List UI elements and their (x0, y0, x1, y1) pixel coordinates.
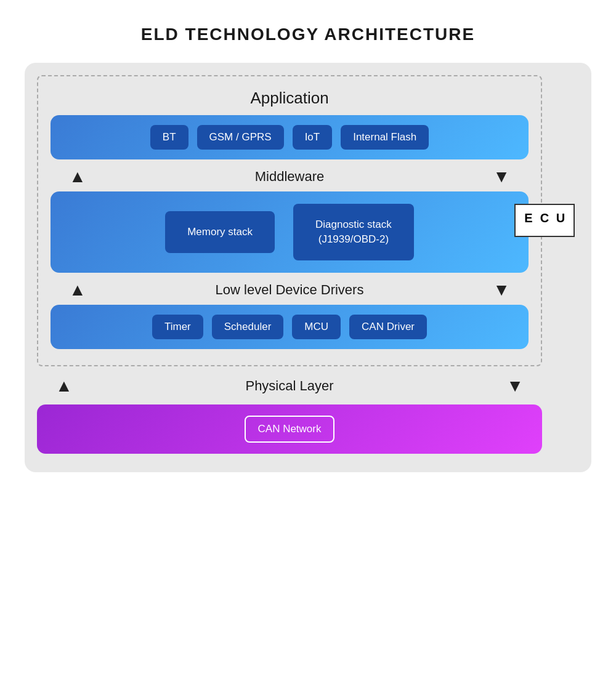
middleware-section: Memory stack Diagnostic stack(J1939/OBD-… (51, 191, 529, 273)
diagnostic-stack-chip: Diagnostic stack(J1939/OBD-2) (293, 204, 414, 260)
physical-up-arrow: ▲ (55, 377, 73, 395)
drivers-label: Low level Device Drivers (86, 282, 493, 298)
can-network-bar: CAN Network (37, 404, 542, 454)
page-title: ELD TECHNOLOGY ARCHITECTURE (141, 25, 475, 44)
dashed-container: ECU Application BT GSM / GPRS IoT Intern… (37, 75, 542, 366)
memory-stack-chip: Memory stack (165, 211, 275, 253)
middleware-bar: Memory stack Diagnostic stack(J1939/OBD-… (51, 191, 529, 273)
physical-arrow-row: ▲ Physical Layer ▼ (37, 372, 542, 400)
drivers-bar: Timer Scheduler MCU CAN Driver (51, 305, 529, 349)
physical-down-arrow: ▼ (506, 377, 524, 395)
middleware-down-arrow: ▼ (493, 168, 510, 185)
ecu-label: ECU (514, 204, 575, 237)
bt-chip: BT (150, 125, 188, 150)
middleware-up-arrow: ▲ (69, 168, 86, 185)
scheduler-chip: Scheduler (212, 315, 284, 339)
middleware-arrow-row: ▲ Middleware ▼ (51, 163, 529, 190)
drivers-arrow-row: ▲ Low level Device Drivers ▼ (51, 276, 529, 304)
application-section: Application BT GSM / GPRS IoT Internal F… (51, 89, 529, 159)
drivers-up-arrow: ▲ (69, 281, 86, 299)
internal-flash-chip: Internal Flash (341, 125, 429, 150)
can-network-chip: CAN Network (245, 416, 335, 443)
application-bar: BT GSM / GPRS IoT Internal Flash (51, 115, 529, 159)
timer-chip: Timer (152, 315, 203, 339)
iot-chip: IoT (293, 125, 333, 150)
mcu-chip: MCU (292, 315, 341, 339)
can-driver-chip: CAN Driver (349, 315, 427, 339)
middleware-label: Middleware (86, 169, 493, 185)
architecture-diagram: ECU Application BT GSM / GPRS IoT Intern… (25, 63, 591, 472)
physical-label: Physical Layer (73, 378, 507, 394)
drivers-down-arrow: ▼ (493, 281, 510, 299)
drivers-section: Timer Scheduler MCU CAN Driver (51, 305, 529, 349)
physical-section: CAN Network (37, 404, 542, 454)
gsm-chip: GSM / GPRS (197, 125, 284, 150)
application-label: Application (51, 89, 529, 108)
